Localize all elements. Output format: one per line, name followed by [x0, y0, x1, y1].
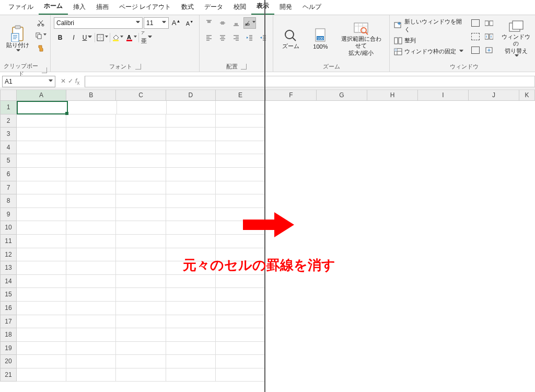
- cell[interactable]: [316, 168, 367, 181]
- cell[interactable]: [17, 342, 66, 355]
- cell[interactable]: [418, 208, 469, 222]
- cell[interactable]: [316, 328, 367, 342]
- cell[interactable]: [116, 248, 166, 262]
- cell[interactable]: [166, 355, 216, 368]
- cell[interactable]: [17, 208, 66, 222]
- cell[interactable]: [469, 261, 519, 275]
- borders-button[interactable]: [96, 32, 109, 43]
- cell[interactable]: [116, 261, 166, 275]
- menu-formulas[interactable]: 数式: [176, 1, 199, 15]
- row-header[interactable]: 10: [0, 221, 17, 235]
- dialog-launcher-icon[interactable]: [42, 67, 47, 73]
- cell[interactable]: [66, 168, 116, 181]
- row-header[interactable]: 1: [0, 101, 17, 114]
- cell[interactable]: [519, 288, 535, 302]
- cell[interactable]: [17, 168, 66, 181]
- cell[interactable]: [66, 248, 116, 262]
- decrease-indent-button[interactable]: [243, 32, 256, 43]
- cell[interactable]: [367, 168, 417, 181]
- name-box[interactable]: A1: [2, 76, 55, 87]
- col-header[interactable]: E: [216, 89, 265, 101]
- cell[interactable]: [66, 342, 116, 355]
- cell[interactable]: [17, 101, 68, 114]
- cell[interactable]: [17, 235, 66, 248]
- cell[interactable]: [469, 221, 519, 235]
- cell[interactable]: [17, 181, 66, 195]
- cell[interactable]: [116, 288, 166, 302]
- fill-color-button[interactable]: [111, 32, 124, 43]
- cell[interactable]: [265, 114, 316, 128]
- align-right-button[interactable]: [230, 32, 242, 43]
- col-header[interactable]: A: [17, 89, 66, 101]
- reset-pos-button[interactable]: [483, 44, 495, 56]
- cell[interactable]: [116, 275, 166, 289]
- cell[interactable]: [166, 114, 216, 128]
- menu-draw[interactable]: 描画: [91, 1, 114, 15]
- unhide-button[interactable]: [469, 44, 482, 56]
- cell[interactable]: [519, 101, 535, 114]
- cell[interactable]: [17, 275, 66, 289]
- cell[interactable]: [66, 128, 116, 141]
- menu-file[interactable]: ファイル: [3, 1, 39, 15]
- cell[interactable]: [418, 101, 469, 114]
- cell[interactable]: [216, 128, 265, 141]
- cell[interactable]: [367, 221, 417, 235]
- cell[interactable]: [116, 368, 166, 382]
- menu-view[interactable]: 表示: [251, 0, 274, 15]
- increase-indent-button[interactable]: [257, 32, 270, 43]
- cell[interactable]: [418, 235, 469, 248]
- hide-button[interactable]: [469, 31, 482, 42]
- cell[interactable]: [265, 101, 316, 114]
- cell[interactable]: [66, 141, 116, 155]
- row-header[interactable]: 16: [0, 302, 17, 315]
- cell[interactable]: [469, 114, 519, 128]
- cell[interactable]: [216, 194, 265, 208]
- cell[interactable]: [17, 288, 66, 302]
- cell[interactable]: [166, 208, 216, 222]
- cell[interactable]: [166, 154, 216, 168]
- cell[interactable]: [418, 275, 469, 289]
- cell[interactable]: [116, 315, 166, 329]
- cell[interactable]: [469, 288, 519, 302]
- paste-button[interactable]: 貼り付け: [3, 17, 32, 61]
- cell[interactable]: [66, 181, 116, 195]
- col-header[interactable]: F: [265, 89, 317, 101]
- cell[interactable]: [469, 342, 519, 355]
- cell[interactable]: [316, 114, 367, 128]
- cell[interactable]: [216, 114, 265, 128]
- cell[interactable]: [367, 141, 417, 155]
- col-header[interactable]: D: [166, 89, 216, 101]
- cell[interactable]: [418, 181, 469, 195]
- cell[interactable]: [519, 128, 535, 141]
- row-header[interactable]: 18: [0, 328, 17, 342]
- cell[interactable]: [116, 114, 166, 128]
- cell[interactable]: [469, 248, 519, 262]
- row-header[interactable]: 2: [0, 114, 17, 128]
- cut-button[interactable]: [34, 17, 47, 29]
- cell[interactable]: [469, 302, 519, 315]
- menu-insert[interactable]: 挿入: [68, 1, 91, 15]
- cell[interactable]: [469, 154, 519, 168]
- row-header[interactable]: 15: [0, 288, 17, 302]
- cell[interactable]: [116, 208, 166, 222]
- cell[interactable]: [166, 328, 216, 342]
- cell[interactable]: [367, 261, 417, 275]
- cell[interactable]: [216, 302, 265, 315]
- cell[interactable]: [166, 141, 216, 155]
- cell[interactable]: [116, 235, 166, 248]
- cell[interactable]: [17, 221, 66, 235]
- dialog-launcher-icon[interactable]: [135, 64, 141, 70]
- row-header[interactable]: 5: [0, 154, 17, 168]
- cell[interactable]: [418, 288, 469, 302]
- cell[interactable]: [116, 194, 166, 208]
- cell[interactable]: [116, 141, 166, 155]
- col-header[interactable]: H: [367, 89, 418, 101]
- cell[interactable]: [469, 128, 519, 141]
- cell[interactable]: [316, 221, 367, 235]
- row-header[interactable]: 13: [0, 261, 17, 275]
- cell[interactable]: [469, 275, 519, 289]
- menu-data[interactable]: データ: [199, 1, 228, 15]
- formula-input[interactable]: [85, 76, 535, 87]
- cell[interactable]: [519, 208, 535, 222]
- cell[interactable]: [17, 368, 66, 382]
